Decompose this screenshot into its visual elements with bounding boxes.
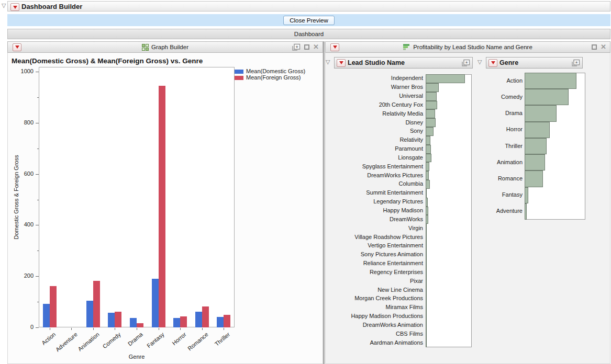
bar-pixar[interactable] <box>426 277 427 286</box>
bar-regency-enterprises[interactable] <box>426 268 427 277</box>
genre-disclosure-icon[interactable]: ▽ <box>477 59 482 65</box>
bar-horror-foreign[interactable] <box>180 316 187 327</box>
bar-action[interactable] <box>525 73 576 89</box>
bar-vertigo-entertainment[interactable] <box>426 242 427 251</box>
profitability-header[interactable]: Profitability by Lead Studio Name and Ge… <box>325 41 610 53</box>
bar-dreamworks-animation[interactable] <box>426 321 427 329</box>
close-icon[interactable]: ✕ <box>313 44 319 50</box>
outline-disclosure-icon[interactable]: ▽ <box>2 3 6 8</box>
close-icon[interactable]: ✕ <box>601 44 606 50</box>
legend-swatch <box>235 70 243 74</box>
bar-cbs-films[interactable] <box>426 329 427 338</box>
bar-morgan-creek-productions[interactable] <box>426 294 427 303</box>
bar-new-line-cinema[interactable] <box>426 286 427 294</box>
category-label: Fantasy <box>393 191 523 198</box>
category-label: Warner Bros <box>291 84 423 90</box>
y-axis-tick <box>36 72 39 72</box>
lead-studio-disclosure-icon[interactable]: ▽ <box>326 59 330 65</box>
bar-drama-domestic[interactable] <box>130 318 137 327</box>
bar-thriller-foreign[interactable] <box>224 315 230 327</box>
category-label: 20th Century Fox <box>291 101 423 108</box>
y-axis-tick <box>37 149 39 149</box>
dashboard-builder-window: ▽ Dashboard Builder Close Preview Dashbo… <box>0 0 611 364</box>
window-star-icon[interactable]: ★ <box>571 59 580 67</box>
bar-romance-foreign[interactable] <box>202 306 209 327</box>
bar-horror[interactable] <box>525 122 550 138</box>
bar-fantasy[interactable] <box>525 187 528 203</box>
bar-aardman-animations[interactable] <box>426 338 427 347</box>
x-axis-tick <box>202 328 203 330</box>
bar-animation-domestic[interactable] <box>86 301 93 327</box>
bar-action-foreign[interactable] <box>50 286 57 327</box>
maximize-icon[interactable] <box>304 44 309 50</box>
y-axis-tick <box>36 327 39 328</box>
graph-builder-header[interactable]: Graph Builder ★ ✕ <box>7 41 323 53</box>
bar-comedy-foreign[interactable] <box>115 312 121 327</box>
bar-dreamworks[interactable] <box>426 215 428 224</box>
window-star-icon[interactable]: ★ <box>292 43 301 51</box>
red-triangle-menu-icon[interactable] <box>337 59 346 67</box>
y-axis-tick-label: 1000 <box>10 68 34 75</box>
category-label: Animation <box>393 159 523 166</box>
category-label: Village Roadshow Pictures <box>291 234 423 241</box>
close-preview-button[interactable]: Close Preview <box>283 16 335 25</box>
y-axis-tick-label: 400 <box>10 221 34 228</box>
red-triangle-menu-icon[interactable] <box>488 59 497 67</box>
category-label: Miramax Films <box>291 304 423 311</box>
bar-horror-domestic[interactable] <box>173 318 180 327</box>
genre-header[interactable]: Genre ★ <box>486 57 583 69</box>
category-label: Drama <box>393 110 523 117</box>
bar-animation-foreign[interactable] <box>93 281 100 327</box>
bar-happy-madison-productions[interactable] <box>426 312 427 321</box>
category-label: Disney <box>291 119 423 126</box>
svg-text:★: ★ <box>575 60 579 65</box>
red-triangle-menu-icon[interactable] <box>10 3 19 11</box>
dashboard-tab-bar[interactable]: Dashboard <box>7 29 610 39</box>
category-label: Comedy <box>393 94 523 100</box>
chart-plot-area[interactable] <box>39 67 235 327</box>
legend-swatch <box>235 76 243 80</box>
bar-animation[interactable] <box>525 154 545 170</box>
category-label: Morgan Creek Productions <box>291 295 423 302</box>
graph-builder-title: Graph Builder <box>151 44 188 50</box>
category-label: CBS Films <box>291 331 423 337</box>
bar-virgin[interactable] <box>426 224 427 233</box>
bar-comedy[interactable] <box>525 89 569 105</box>
category-label: DreamWorks <box>291 216 423 223</box>
category-label: Romance <box>393 175 523 182</box>
bar-romance[interactable] <box>525 170 543 187</box>
category-label: Reliance Entertainment <box>291 260 423 267</box>
bar-comedy-domestic[interactable] <box>108 313 115 327</box>
maximize-icon[interactable] <box>592 44 597 50</box>
bar-reliance-entertainment[interactable] <box>426 259 427 268</box>
bar-drama[interactable] <box>525 105 557 121</box>
svg-text:★: ★ <box>295 44 299 49</box>
bar-drama-foreign[interactable] <box>137 323 143 327</box>
category-label: Pixar <box>291 278 423 285</box>
bar-sony-pictures-animation[interactable] <box>426 251 427 259</box>
bar-miramax-films[interactable] <box>426 303 427 312</box>
y-axis-tick-label: 200 <box>10 272 34 279</box>
bar-romance-domestic[interactable] <box>195 312 202 327</box>
y-axis-tick <box>36 123 39 123</box>
bar-fantasy-domestic[interactable] <box>152 279 159 327</box>
lead-studio-header[interactable]: Lead Studio Name ★ <box>334 57 473 69</box>
bar-20th-century-fox[interactable] <box>426 101 437 110</box>
category-label: Action <box>393 77 523 84</box>
bar-village-roadshow-pictures[interactable] <box>426 233 427 242</box>
bar-legendary-pictures[interactable] <box>426 198 428 207</box>
bar-adventure[interactable] <box>525 203 527 220</box>
bar-thriller-domestic[interactable] <box>217 317 224 327</box>
red-triangle-menu-icon[interactable] <box>330 43 339 51</box>
window-star-icon[interactable]: ★ <box>461 59 470 67</box>
y-axis-tick <box>36 225 39 225</box>
x-axis-title: Genre <box>39 354 235 360</box>
bar-thriller[interactable] <box>525 138 547 154</box>
category-label: Horror <box>393 126 523 133</box>
bar-fantasy-foreign[interactable] <box>159 86 165 327</box>
genre-title: Genre <box>499 59 569 66</box>
bar-action-domestic[interactable] <box>43 304 50 327</box>
outline-title-bar[interactable]: Dashboard Builder <box>7 1 610 12</box>
bar-warner-bros[interactable] <box>426 83 439 92</box>
red-triangle-menu-icon[interactable] <box>13 43 21 51</box>
